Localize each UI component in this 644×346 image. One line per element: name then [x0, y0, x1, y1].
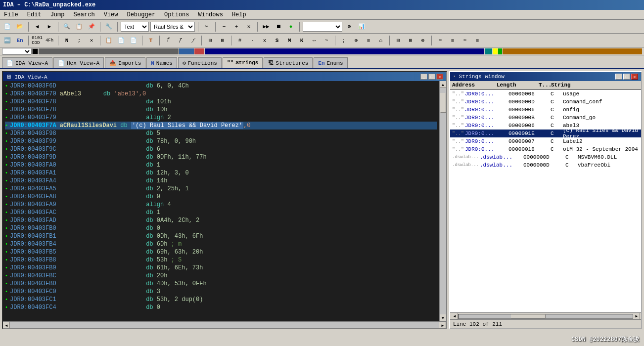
tb2-btn-stack[interactable]: ⊟ — [205, 35, 216, 46]
segment-dropdown[interactable]: Raul Siles & — [150, 22, 195, 32]
string-row-selected[interactable]: ".." JDR0:0... 0000001E C (c) Raul Siles… — [450, 130, 641, 137]
tb2-btn-x2[interactable]: x — [259, 35, 270, 46]
tb2-btn-en[interactable]: En — [14, 35, 25, 46]
tb-btn-scissors[interactable]: ✂ — [201, 21, 212, 32]
graph-select[interactable] — [2, 48, 32, 55]
tb2-btn-semi2[interactable]: ⊕ — [351, 35, 362, 46]
tb2-btn-misc4[interactable]: ≡ — [472, 35, 483, 46]
tb-btn-run[interactable]: ▶▶ — [261, 21, 272, 32]
tb2-btn-T[interactable]: T — [145, 35, 156, 46]
tb-btn-3[interactable]: 📌 — [86, 21, 97, 32]
ida-panel-scrollbar[interactable]: ▲ ▼ — [439, 81, 446, 321]
tb-btn-2[interactable]: 📋 — [74, 21, 85, 32]
tab-functions[interactable]: ⚙ Functions — [178, 57, 222, 68]
tb-btn-minus[interactable]: − — [219, 21, 230, 32]
strings-minimize-btn[interactable]: _ — [615, 74, 622, 80]
tb2-btn-dot[interactable]: · — [247, 35, 258, 46]
tb-btn-circle[interactable]: ● — [285, 21, 296, 32]
tb2-btn-S[interactable]: S — [272, 35, 282, 46]
open-button[interactable]: 📂 — [14, 21, 25, 32]
tb2-btn-hex[interactable]: 4Fh — [44, 35, 55, 46]
tb2-btn-misc2[interactable]: ≡ — [447, 35, 458, 46]
tb2-btn-1[interactable]: 🔤 — [2, 35, 13, 46]
tb-btn-plus[interactable]: + — [231, 21, 242, 32]
menu-search[interactable]: Search — [71, 11, 96, 19]
tb2-btn-semi[interactable]: ; — [338, 35, 349, 46]
tb2-btn-stack2[interactable]: ⊞ — [217, 35, 228, 46]
tb2-btn-func3[interactable]: 𝑓 — [187, 35, 198, 46]
strings-scroll-thumb[interactable] — [511, 314, 546, 318]
menu-view[interactable]: View — [102, 11, 120, 19]
scroll-arrow-down[interactable]: ▼ — [440, 314, 447, 321]
tb2-btn-K[interactable]: K — [296, 35, 307, 46]
string-row[interactable]: ".." JDR0:0... 00000018 C otM 32 - Septe… — [450, 145, 641, 153]
tb2-btn-n[interactable]: N — [61, 35, 72, 46]
menu-windows[interactable]: Windows — [196, 11, 225, 19]
tb2-btn-semi3[interactable]: ≡ — [363, 35, 374, 46]
strings-h-scrollbar[interactable]: ◀ ▶ — [450, 312, 641, 319]
menu-options[interactable]: Options — [162, 11, 191, 19]
tb-btn-more2[interactable]: 📊 — [356, 21, 367, 32]
code-view[interactable]: • JDR0:00403F6D db 6, 0, 4Ch • JDR0:0040… — [3, 81, 439, 321]
string-row[interactable]: .dswlab... .dswlab... 0000000D C MSVBVM6… — [450, 153, 641, 161]
ida-panel-close[interactable]: ✕ — [436, 74, 443, 80]
tb2-btn-func[interactable]: f — [163, 35, 174, 46]
tb-btn-more[interactable]: ⚙ — [344, 21, 355, 32]
scroll-thumb[interactable] — [440, 93, 446, 113]
tb2-btn-layout1[interactable]: ⊟ — [393, 35, 404, 46]
strings-body[interactable]: ".." JDR0:0... 00000006 C usage ".." JDR… — [450, 90, 641, 312]
tb2-btn-M[interactable]: M — [284, 35, 295, 46]
tb2-btn-comment[interactable]: ; — [74, 35, 85, 46]
tab-hex-view-a[interactable]: 📄 Hex View-A — [53, 57, 104, 68]
strings-scroll-right[interactable]: ▶ — [633, 313, 640, 320]
tb-btn-stop[interactable]: ⏹ — [273, 21, 284, 32]
tb2-btn-misc3[interactable]: ≈ — [460, 35, 470, 46]
tab-enums[interactable]: En Enums — [314, 57, 347, 68]
string-row[interactable]: ".." JDR0:0... 0000000D C Command_conf — [450, 98, 641, 106]
tb-btn-cross[interactable]: ✕ — [243, 21, 254, 32]
ida-bottom-scrollbar[interactable]: ◀ ▶ — [3, 321, 446, 328]
tb2-btn-paste2[interactable]: 📄 — [128, 35, 139, 46]
ida-panel-minimize[interactable]: _ — [420, 74, 427, 80]
string-row[interactable]: .dswlab... .dswlab... 0000000D C vbaFree… — [450, 161, 641, 169]
tab-structures[interactable]: 🏗 Structures — [264, 57, 313, 68]
tb2-btn-copy[interactable]: 📋 — [103, 35, 114, 46]
tab-names[interactable]: N Names — [146, 57, 177, 68]
tb2-btn-arrow[interactable]: ↔ — [309, 35, 320, 46]
tb2-btn-hash[interactable]: # — [234, 35, 245, 46]
tb2-btn-layout3[interactable]: ⊕ — [417, 35, 428, 46]
scroll-arrow-right[interactable]: ▶ — [439, 322, 446, 329]
ida-panel-maximize[interactable]: □ — [428, 74, 435, 80]
proc-dropdown[interactable] — [303, 22, 342, 32]
strings-close-btn[interactable]: ✕ — [631, 74, 638, 80]
tab-imports[interactable]: 📥 Imports — [105, 57, 145, 68]
view-type-dropdown[interactable]: Text Graph — [121, 22, 149, 32]
string-row[interactable]: ".." JDR0:0... 00000007 C Label2 — [450, 137, 641, 145]
tab-strings[interactable]: "" Strings — [223, 57, 263, 68]
tab-ida-view-a[interactable]: 📄 IDA View-A — [2, 57, 52, 68]
tb-btn-4[interactable]: 🔧 — [103, 21, 114, 32]
strings-maximize-btn[interactable]: □ — [623, 74, 630, 80]
new-button[interactable]: 📄 — [2, 21, 13, 32]
menu-file[interactable]: File — [2, 11, 20, 19]
forward-button[interactable]: ▶ — [44, 21, 55, 32]
scroll-arrow-left[interactable]: ◀ — [3, 322, 10, 329]
menu-debugger[interactable]: Debugger — [125, 11, 157, 19]
tb2-btn-layout2[interactable]: ⊞ — [405, 35, 416, 46]
back-button[interactable]: ◀ — [32, 21, 43, 32]
menu-help[interactable]: Help — [230, 11, 248, 19]
tb2-btn-tilde[interactable]: ~ — [321, 35, 332, 46]
tb2-btn-x[interactable]: ✕ — [86, 35, 97, 46]
string-row[interactable]: ".." JDR0:0... 00000006 C usage — [450, 90, 641, 98]
tb2-btn-paste[interactable]: 📄 — [116, 35, 127, 46]
string-row[interactable]: ".." JDR0:0... 0000000B C Command_go — [450, 114, 641, 122]
scroll-arrow-up[interactable]: ▲ — [440, 81, 447, 88]
string-row[interactable]: ".." JDR0:0... 00000006 C onfig — [450, 106, 641, 114]
tb2-btn-func2[interactable]: ƒ — [175, 35, 186, 46]
tb2-btn-semi4[interactable]: ⌂ — [375, 35, 386, 46]
tb2-btn-misc1[interactable]: ≈ — [435, 35, 446, 46]
strings-scroll-left[interactable]: ◀ — [451, 313, 458, 320]
tb2-btn-bin[interactable]: 0101COD — [32, 35, 43, 46]
tb-btn-1[interactable]: 🔍 — [61, 21, 72, 32]
menu-edit[interactable]: Edit — [25, 11, 44, 19]
